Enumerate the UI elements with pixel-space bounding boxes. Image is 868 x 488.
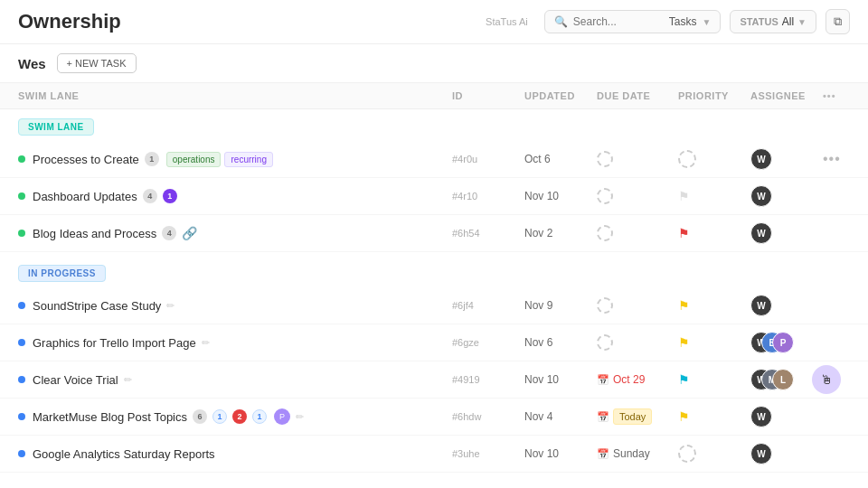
status-dot-blue (18, 339, 25, 346)
status-filter-label: STATUS (740, 16, 778, 27)
badge-count-2: 2 (232, 409, 247, 424)
badge-count-gray: 6 (193, 409, 207, 424)
tasks-dropdown-label: Tasks (669, 15, 697, 28)
table-row[interactable]: MarketMuse Blog Post Topics 6 1 2 1 P ✏ … (0, 399, 868, 436)
task-id: #6jf4 (452, 300, 524, 311)
search-bar[interactable]: 🔍 Tasks ▼ (544, 10, 722, 33)
assignee-cell: W (750, 443, 823, 465)
task-link[interactable]: MarketMuse Blog Post Topics (33, 410, 187, 424)
status-ai-label: StaTus Ai (486, 16, 528, 27)
task-name-cell: Graphics for Trello Import Page ✏ (18, 336, 452, 350)
main-content: SWIM LANE Processes to Create 1 operatio… (0, 109, 868, 488)
priority-flag-yellow: ⚑ (678, 298, 690, 313)
edit-icon[interactable]: ✏ (296, 411, 304, 423)
task-link[interactable]: SoundStripe Case Study (33, 299, 161, 313)
task-id: #4r0u (452, 154, 524, 164)
edit-icon[interactable]: ✏ (202, 337, 210, 349)
more-icon: ••• (823, 151, 841, 166)
user-name: Wes (18, 56, 46, 71)
more-options[interactable]: ••• (823, 151, 850, 167)
status-dot-green (18, 230, 25, 237)
table-row[interactable]: Processes to Create 1 operations recurri… (0, 141, 868, 178)
assignee-cell: W (750, 222, 823, 244)
task-name: Graphics for Trello Import Page ✏ (33, 336, 210, 350)
today-badge: Today (613, 408, 652, 425)
search-input[interactable] (573, 15, 664, 28)
status-filter[interactable]: STATUS All ▼ (730, 10, 816, 33)
table-row[interactable]: Clear Voice Trial ✏ #4919 Nov 10 📅 Oct 2… (0, 361, 868, 399)
avatar: W (750, 222, 772, 244)
task-link[interactable]: Processes to Create (33, 153, 139, 166)
col-priority: PRIORITY (678, 90, 750, 101)
table-row[interactable]: SoundStripe Case Study ✏ #6jf4 Nov 9 ⚑ W (0, 287, 868, 324)
edit-icon[interactable]: ✏ (166, 300, 175, 312)
assignee-cell: W M L 🖱 (750, 369, 823, 390)
cursor-overlay: 🖱 (812, 365, 841, 394)
edit-icon[interactable]: ✏ (124, 374, 132, 386)
task-name: Google Analytics Saturday Reports (33, 447, 215, 461)
updated-date: Nov 9 (524, 299, 597, 312)
task-name-cell: Blog Ideas and Process 4 🔗 (18, 226, 452, 240)
status-dot-blue (18, 376, 25, 383)
due-date (597, 188, 678, 204)
header-right: StaTus Ai 🔍 Tasks ▼ STATUS All ▼ ⧉ (486, 9, 850, 34)
updated-date: Nov 2 (524, 227, 597, 239)
badge-count-gray: 4 (143, 189, 157, 203)
task-link[interactable]: Blog Ideas and Process (33, 227, 156, 240)
calendar-icon: 📅 (597, 374, 609, 386)
task-link[interactable]: Google Analytics Saturday Reports (33, 447, 215, 461)
badge-count-gray: 4 (162, 226, 176, 240)
priority-flag-yellow: ⚑ (678, 409, 690, 424)
table-row[interactable]: Blog Ideas and Process 4 🔗 #6h54 Nov 2 ⚑… (0, 215, 868, 252)
updated-date: Nov 6 (524, 336, 597, 349)
section-swim-lane: SWIM LANE Processes to Create 1 operatio… (0, 109, 868, 252)
priority-flag-red: ⚑ (678, 226, 690, 240)
task-name: Processes to Create 1 (33, 152, 159, 166)
in-progress-badge: IN PROGRESS (18, 265, 106, 282)
col-due-date: DUE DATE (597, 90, 678, 101)
avatar-extra-small: P (274, 408, 290, 425)
badge-count-1b: 1 (252, 409, 267, 424)
updated-date: Nov 4 (524, 410, 597, 423)
due-date-today: 📅 Today (597, 408, 678, 425)
task-name-cell: Processes to Create 1 operations recurri… (18, 152, 452, 167)
sub-header: Wes + NEW TASK (0, 44, 868, 83)
link-icon: 🔗 (182, 226, 197, 240)
task-link[interactable]: Clear Voice Trial (33, 373, 118, 387)
priority-cell: ⚑ (678, 298, 750, 313)
assignee-cell: W (750, 148, 823, 170)
status-dot-blue (18, 413, 25, 420)
status-all-label: All (782, 15, 794, 28)
new-task-button[interactable]: + NEW TASK (57, 53, 137, 73)
task-name-cell: Google Analytics Saturday Reports (18, 447, 452, 461)
assignee-cell: W (750, 295, 823, 316)
task-name: Blog Ideas and Process 4 🔗 (33, 226, 197, 240)
table-row[interactable]: Graphics for Trello Import Page ✏ #6gze … (0, 324, 868, 361)
status-dot-blue (18, 450, 25, 457)
updated-date: Nov 10 (524, 190, 597, 202)
badge-count-purple: 1 (163, 189, 177, 203)
avatar: W (750, 406, 772, 427)
updated-date: Nov 10 (524, 447, 597, 460)
filter-icon: ⧉ (834, 14, 842, 28)
task-name: Dashboard Updates 4 1 (33, 189, 177, 203)
filter-button[interactable]: ⧉ (826, 9, 850, 34)
task-link[interactable]: Graphics for Trello Import Page (33, 336, 196, 350)
due-date-overdue: 📅 Oct 29 (597, 373, 678, 386)
priority-dashed-circle (678, 445, 696, 463)
due-date-empty-icon (597, 151, 613, 167)
avatar-3: P (772, 332, 794, 353)
badge-count-1: 1 (212, 409, 227, 424)
header: Ownership StaTus Ai 🔍 Tasks ▼ STATUS All… (0, 0, 868, 44)
priority-cell (678, 445, 750, 463)
due-date-empty-icon (597, 297, 613, 314)
table-row[interactable]: Dashboard Updates 4 1 #4r10 Nov 10 ⚑ W (0, 178, 868, 215)
due-date-empty-icon (597, 334, 613, 351)
due-date-sunday: 📅 Sunday (597, 447, 678, 460)
task-id: #4r10 (452, 191, 524, 202)
task-link[interactable]: Dashboard Updates (33, 190, 137, 203)
status-dot-green (18, 155, 25, 163)
table-row[interactable]: Google Analytics Saturday Reports #3uhe … (0, 436, 868, 473)
priority-cell: ⚑ (678, 226, 750, 240)
task-name-cell: Clear Voice Trial ✏ (18, 373, 452, 387)
